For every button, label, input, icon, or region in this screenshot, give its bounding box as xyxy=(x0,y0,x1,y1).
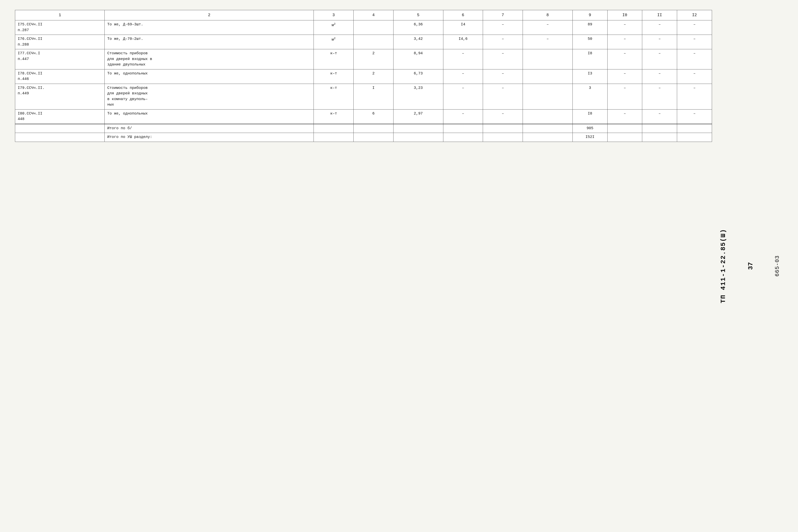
summary2-empty-9 xyxy=(642,133,677,142)
col-header-3: 3 xyxy=(314,10,353,20)
row-desc: Стоимость приборовдля дверей входных взд… xyxy=(105,49,314,70)
row-desc: Стоимость приборовдля дверей входныхв ко… xyxy=(105,84,314,109)
col-header-11: II xyxy=(642,10,677,20)
summary-val-1: 905 xyxy=(573,124,607,133)
row-desc: То же, Д–70–2шт. xyxy=(105,35,314,49)
summary-row: Итого по б/ 905 xyxy=(15,124,712,133)
main-content: 1 2 3 4 5 6 7 8 9 I0 II I2 I75.ССЧч.II xyxy=(15,10,712,522)
row-col4: 3,23 xyxy=(393,84,443,109)
row-col8: I3 xyxy=(573,69,607,84)
summary2-empty-7 xyxy=(523,133,573,142)
table-row: I75.ССЧч.II п.287 То же, Д-69–3шт. м2 6,… xyxy=(15,20,712,35)
summary2-empty-4 xyxy=(393,133,443,142)
summary-empty-3 xyxy=(353,124,394,133)
row-col10: – xyxy=(642,109,677,124)
row-col8: 50 xyxy=(573,35,607,49)
row-col4: 6,36 xyxy=(393,20,443,35)
row-qty: I xyxy=(353,84,394,109)
row-id: I78.ССЧч.II п.446 xyxy=(15,69,105,84)
row-col7 xyxy=(523,69,573,84)
row-unit: к–т xyxy=(314,84,353,109)
summary2-empty-10 xyxy=(677,133,712,142)
row-qty: 2 xyxy=(353,49,394,70)
row-col10: – xyxy=(642,69,677,84)
summary-empty-2 xyxy=(314,124,353,133)
summary2-empty-6 xyxy=(483,133,523,142)
row-col5: I4,6 xyxy=(443,35,483,49)
row-col7 xyxy=(523,84,573,109)
summary-empty-1 xyxy=(15,124,105,133)
row-unit: к–т xyxy=(314,69,353,84)
row-col11: – xyxy=(677,35,712,49)
row-unit: м2 xyxy=(314,20,353,35)
summary2-empty-8 xyxy=(607,133,642,142)
row-col7: – xyxy=(523,35,573,49)
row-col10: – xyxy=(642,35,677,49)
side-label-right: ТП 411-1-22.85(Ш) 37 665-03 xyxy=(717,10,783,522)
row-col9: – xyxy=(607,49,642,70)
row-col9: – xyxy=(607,84,642,109)
row-id: I75.ССЧч.II п.287 xyxy=(15,20,105,35)
row-col11: – xyxy=(677,20,712,35)
row-col10: – xyxy=(642,84,677,109)
row-col8: I8 xyxy=(573,109,607,124)
table-row: I79.ССЧч.II. п.449 Стоимость приборовдля… xyxy=(15,84,712,109)
row-col7 xyxy=(523,109,573,124)
col-header-6: 6 xyxy=(443,10,483,20)
row-col11: – xyxy=(677,49,712,70)
summary2-empty-2 xyxy=(314,133,353,142)
header-row: 1 2 3 4 5 6 7 8 9 I0 II I2 xyxy=(15,10,712,20)
row-col5: – xyxy=(443,49,483,70)
col-header-5: 5 xyxy=(393,10,443,20)
col-header-2: 2 xyxy=(105,10,314,20)
row-qty: 2 xyxy=(353,69,394,84)
col-header-9: 9 xyxy=(573,10,607,20)
row-col8: 89 xyxy=(573,20,607,35)
row-id: I79.ССЧч.II. п.449 xyxy=(15,84,105,109)
summary-row-2: Итого по УШ разделу: I52I xyxy=(15,133,712,142)
table-row: I78.ССЧч.II п.446 То же, однопольных к–т… xyxy=(15,69,712,84)
row-unit: м2 xyxy=(314,35,353,49)
col-header-10: I0 xyxy=(607,10,642,20)
row-col8: 3 xyxy=(573,84,607,109)
summary-empty-9 xyxy=(642,124,677,133)
row-col4: 2,97 xyxy=(393,109,443,124)
row-desc: То же, однопольных xyxy=(105,69,314,84)
side-label-bottom-text: 665-03 xyxy=(774,255,781,277)
row-col11: – xyxy=(677,69,712,84)
table-row: I77.ССЧч.I п.447 Стоимость приборовдля д… xyxy=(15,49,712,70)
row-col6: – xyxy=(483,35,523,49)
row-qty xyxy=(353,20,394,35)
row-col6: – xyxy=(483,20,523,35)
summary2-val: I52I xyxy=(573,133,607,142)
row-col6: – xyxy=(483,49,523,70)
summary-empty-10 xyxy=(677,124,712,133)
row-col9: – xyxy=(607,20,642,35)
row-col10: – xyxy=(642,20,677,35)
row-col7: – xyxy=(523,20,573,35)
row-unit: к–т xyxy=(314,49,353,70)
row-col4: 8,94 xyxy=(393,49,443,70)
summary2-empty-1 xyxy=(15,133,105,142)
row-qty xyxy=(353,35,394,49)
row-col5: I4 xyxy=(443,20,483,35)
summary2-empty-3 xyxy=(353,133,394,142)
summary-empty-4 xyxy=(393,124,443,133)
main-table: 1 2 3 4 5 6 7 8 9 I0 II I2 I75.ССЧч.II xyxy=(15,10,712,142)
row-col11: – xyxy=(677,84,712,109)
row-desc: То же, Д-69–3шт. xyxy=(105,20,314,35)
row-col10: – xyxy=(642,49,677,70)
row-col5: – xyxy=(443,69,483,84)
row-col7 xyxy=(523,49,573,70)
summary-empty-8 xyxy=(607,124,642,133)
side-label-top-text: ТП 411-1-22.85(Ш) xyxy=(720,229,727,303)
row-col6: – xyxy=(483,69,523,84)
table-row: I76.ССЧч.II п.288 То же, Д–70–2шт. м2 3,… xyxy=(15,35,712,49)
row-id: I77.ССЧч.I п.447 xyxy=(15,49,105,70)
row-unit: к–т xyxy=(314,109,353,124)
summary-empty-7 xyxy=(523,124,573,133)
summary-label-1: Итого по б/ xyxy=(105,124,314,133)
row-qty: 6 xyxy=(353,109,394,124)
row-col8: I8 xyxy=(573,49,607,70)
col-header-1: 1 xyxy=(15,10,105,20)
